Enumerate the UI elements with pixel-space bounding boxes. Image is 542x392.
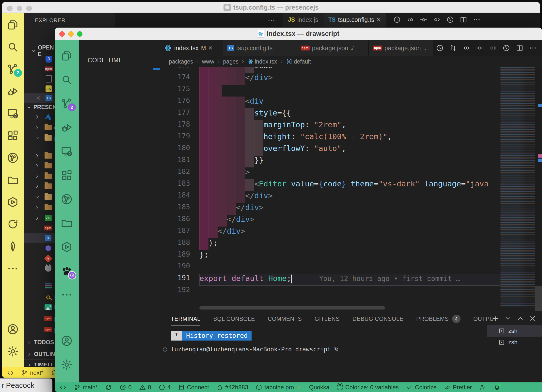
prev-change-icon[interactable] — [406, 16, 414, 24]
fg-titlebar[interactable]: index.tsx — drawscript — [55, 28, 542, 40]
status-item-4[interactable]: 4 — [159, 384, 171, 391]
tree-item[interactable] — [24, 151, 57, 161]
status-item-remote[interactable] — [60, 384, 66, 391]
tree-item[interactable]: npmp — [24, 325, 57, 334]
status-item-0[interactable]: 0 — [119, 384, 131, 391]
status-item-0[interactable]: 0 — [139, 384, 151, 391]
more-actions-icon[interactable] — [473, 16, 481, 24]
chevron-up-icon[interactable] — [516, 314, 524, 322]
status-item-Connect[interactable]: Connect — [178, 384, 209, 391]
tree-item[interactable]: ⬢. — [24, 243, 57, 253]
status-item-Colorize0variables[interactable]: Colorize: 0 variables — [337, 384, 399, 391]
status-item-bell[interactable] — [494, 384, 500, 391]
activity-item-mongodb-leaf[interactable] — [7, 240, 19, 253]
prev-change-icon[interactable] — [462, 44, 470, 52]
terminal-list-item[interactable]: zsh — [487, 337, 542, 348]
tree-item[interactable]: e — [24, 123, 57, 132]
breadcrumb-item-www[interactable]: www — [202, 58, 214, 65]
activity-item-ellipsis[interactable] — [7, 262, 19, 275]
timeline-icon[interactable] — [446, 16, 454, 24]
plus-icon[interactable] — [492, 314, 500, 322]
breadcrumb-item-packages[interactable]: packages — [169, 58, 193, 65]
activity-item-hexagon-play[interactable] — [7, 196, 19, 208]
status-item-remote[interactable] — [7, 369, 14, 376]
open-editor-row[interactable] — [24, 74, 57, 84]
activity-item-debug[interactable] — [7, 85, 19, 98]
activity-item-gear[interactable] — [61, 359, 73, 371]
change-icon[interactable] — [420, 16, 428, 24]
close-icon[interactable] — [35, 95, 41, 101]
tree-item[interactable]: . — [24, 281, 57, 291]
overview-ruler[interactable] — [535, 67, 542, 307]
activity-item-git-circle[interactable] — [7, 152, 19, 164]
status-item-Colorize[interactable]: Colorize — [406, 384, 437, 391]
minimap[interactable] — [500, 67, 535, 307]
panel-tab-sql-console[interactable]: SQL CONSOLE — [213, 311, 255, 327]
tree-item[interactable]: npm — [24, 223, 57, 233]
tree-item[interactable] — [24, 171, 57, 181]
tree-item[interactable]: </> — [24, 213, 57, 223]
vertical-scrollbar-slider[interactable] — [535, 286, 542, 314]
tree-item[interactable]: . — [24, 112, 57, 122]
close-icon[interactable]: × — [208, 45, 212, 51]
horizontal-scrollbar[interactable] — [199, 306, 385, 310]
activity-item-debug[interactable] — [61, 121, 73, 134]
tree-item[interactable]: l — [24, 302, 57, 312]
tree-item[interactable] — [24, 192, 57, 202]
activity-item-search[interactable] — [7, 41, 19, 53]
activity-item-folder[interactable] — [61, 217, 73, 229]
status-item-person-flag[interactable] — [479, 384, 486, 391]
split-editor-icon[interactable] — [516, 44, 524, 52]
activity-item-account[interactable] — [61, 335, 73, 347]
section-todos[interactable]: TODOS — [24, 337, 57, 348]
panel-tab-problems[interactable]: PROBLEMS4 — [416, 311, 461, 327]
activity-item-source-control[interactable]: 2 — [7, 63, 19, 75]
activity-item-files[interactable] — [7, 19, 19, 31]
activity-item-hexagon-play[interactable] — [61, 241, 73, 253]
activity-item-source-control[interactable]: 2 — [61, 98, 73, 110]
status-item-Quokka[interactable]: Quokka — [309, 384, 330, 391]
tab-package.json[interactable]: npmpackage.json./ — [296, 40, 369, 56]
terminal-list-item[interactable]: zsh — [487, 325, 542, 337]
history-icon[interactable] — [436, 44, 444, 52]
open-editor-row[interactable]: npm — [24, 64, 57, 74]
more-tabs-icon[interactable]: ⋯ — [268, 16, 276, 24]
tree-item[interactable]: TS — [24, 233, 57, 243]
breadcrumb-item-pages[interactable]: pages — [223, 58, 239, 65]
next-change-icon[interactable] — [489, 44, 497, 52]
fg-status-bar[interactable]: main*004Connect#42b883tabnine pro☞Quokka… — [55, 382, 542, 392]
tab-tsup.config.ts[interactable]: TStsup.config.ts× — [323, 13, 386, 27]
status-item-sync[interactable] — [105, 384, 112, 391]
project-section-header[interactable]: PRESEN — [24, 102, 57, 113]
activity-item-extensions[interactable] — [7, 130, 19, 142]
chevron-down-icon[interactable] — [504, 314, 512, 322]
tab-index.tsx[interactable]: index.tsxM× — [160, 40, 223, 56]
open-editor-row[interactable]: 3 — [24, 54, 57, 64]
tree-item[interactable]: L — [24, 293, 57, 302]
activity-item-paw-clock[interactable] — [61, 265, 73, 277]
open-editor-row[interactable]: JS — [24, 84, 57, 94]
status-item-Prettier[interactable]: Prettier — [444, 384, 472, 391]
tab-tsup.config.ts[interactable]: TStsup.config.ts — [223, 40, 296, 56]
tree-item[interactable]: Y. — [24, 254, 57, 263]
tree-item[interactable] — [24, 161, 57, 171]
close-icon[interactable] — [529, 314, 537, 322]
activity-item-files[interactable] — [61, 50, 73, 62]
breadcrumb-item-default[interactable]: default — [286, 58, 311, 65]
panel-tab-debug-console[interactable]: DEBUG CONSOLE — [352, 311, 403, 327]
change-icon[interactable] — [476, 44, 484, 52]
activity-item-folder[interactable] — [7, 174, 19, 186]
section-timeli[interactable]: TIMELI — [24, 359, 57, 366]
timeline-icon[interactable] — [502, 44, 510, 52]
next-change-icon[interactable] — [433, 16, 441, 24]
activity-item-ellipsis[interactable] — [61, 289, 73, 301]
activity-item-account[interactable] — [7, 323, 19, 335]
tree-item[interactable]: . — [24, 264, 57, 274]
activity-item-remote-explorer[interactable] — [7, 107, 19, 120]
status-item-tabninepro[interactable]: tabnine pro☞ — [255, 383, 302, 391]
tab-package.json[interactable]: npmpackage.json.. — [369, 40, 433, 56]
tree-item[interactable]: p — [24, 133, 57, 143]
close-icon[interactable]: × — [377, 16, 381, 23]
status-item-main[interactable]: main* — [74, 384, 98, 391]
code-editor[interactable]: 173code174</div>175176<div177style={{178… — [160, 67, 542, 307]
